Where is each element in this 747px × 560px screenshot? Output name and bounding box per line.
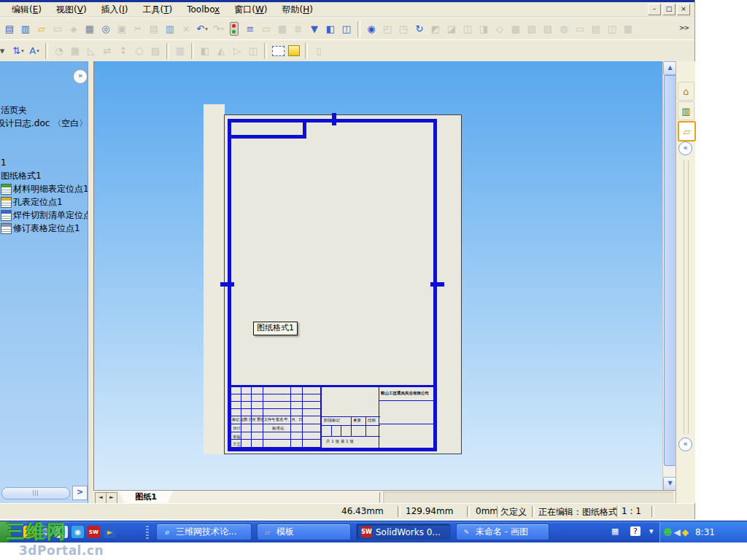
save-button[interactable]: ▤ (1, 20, 18, 38)
insert-picture-button[interactable]: ▨ (147, 42, 163, 60)
menu-item-help[interactable]: 帮助(H) (274, 3, 320, 16)
line-color-button[interactable]: ▾ (0, 42, 10, 60)
layout-pane-button[interactable]: ◫ (245, 42, 261, 60)
menu-item-window[interactable]: 窗口(W) (227, 3, 274, 16)
tables-button[interactable]: ▦ (274, 20, 290, 38)
open-button[interactable]: ▱ (34, 20, 50, 38)
toolbar-more-icon[interactable]: >> (679, 24, 689, 31)
taskbar-button-solidworks[interactable]: SWSolidWorks 0... (356, 524, 451, 540)
edit-sheet-format-button[interactable] (286, 42, 302, 60)
viewport-two-h-button[interactable]: ▤ (588, 20, 604, 38)
view-right-button[interactable]: ◪ (444, 20, 460, 38)
arrow-note-button[interactable]: ▷ (229, 42, 245, 60)
tree-item-node-3[interactable]: 图纸格式1 (1, 170, 88, 182)
auto-arrange-button[interactable]: ↕ (115, 42, 131, 60)
centering-mark-top[interactable] (332, 113, 336, 125)
menu-item-tools[interactable]: 工具(T) (135, 3, 179, 16)
volume-icon[interactable]: ◀ (674, 527, 681, 537)
tree-item-revision-table-anchor[interactable]: 修订表格定位点1 (1, 222, 88, 234)
viewport-horizontal-scrollbar[interactable] (383, 491, 673, 503)
taskbar-button-ie[interactable]: e三维网技术论... (156, 524, 252, 540)
sheet-tab-next-icon[interactable]: ► (106, 492, 117, 504)
task-pane-drag-handle[interactable] (684, 160, 689, 434)
cut-button[interactable]: ✂ (130, 20, 146, 38)
menu-item-toolbox[interactable]: Toolbox (179, 3, 227, 16)
view-left-button[interactable]: ◩ (427, 20, 444, 38)
panel-scroll-more-button[interactable]: > (72, 486, 88, 500)
tree-item-hole-table-anchor[interactable]: 孔表定位点1 (1, 196, 88, 208)
title-block[interactable]: 标记 处数 分区 更改文件号 签名 年、月、日 设计 标准化 审核 工艺 阶段标… (231, 385, 433, 448)
task-pane-collapse-button-lower[interactable]: « (678, 438, 692, 451)
view-front-button[interactable]: ◰ (379, 20, 395, 38)
tree-item-node-2[interactable]: 1 (1, 157, 88, 168)
tree-item-node-1[interactable]: 设计日志.doc 〈空白〉 (0, 117, 88, 129)
line-thickness-dropdown-icon[interactable]: ▾ (21, 48, 24, 54)
tree-item-node-0[interactable]: 活页夹 (1, 104, 88, 116)
save-all-button[interactable]: ▥ (18, 20, 34, 38)
centering-mark-right[interactable] (430, 282, 444, 287)
undo-button[interactable]: ↶▾ (194, 20, 210, 38)
taskbar-button-folder[interactable]: ▱模板 (257, 524, 351, 540)
copy-button[interactable]: ▤ (146, 20, 162, 38)
home-button[interactable]: ⌂ (678, 82, 694, 101)
view-iso-button[interactable]: ◇ (492, 20, 508, 38)
bullet-list-button[interactable]: ≣ (290, 20, 306, 38)
design-library-button[interactable]: ▥ (678, 101, 694, 120)
note-font-dropdown-icon[interactable]: ▾ (36, 48, 39, 54)
file-explorer-button[interactable]: ▱ (678, 121, 696, 141)
area-hatch-button[interactable]: ◧ (197, 42, 213, 60)
alignment-button[interactable]: ▥ (172, 42, 188, 60)
redo-button[interactable]: ↷▾ (210, 20, 226, 38)
agent-icon[interactable]: ☻ (663, 527, 673, 537)
sheet-tab-prev-icon[interactable]: ◄ (95, 492, 107, 504)
split-view-button[interactable]: ◫ (338, 20, 355, 38)
undo-dropdown-icon[interactable]: ▾ (205, 26, 208, 32)
toolbar-options-icon[interactable]: ▾ (649, 526, 654, 536)
close-button[interactable]: × (677, 4, 690, 15)
table-anchor-button[interactable]: ▦ (67, 42, 83, 60)
sheet-tab[interactable]: 图纸1 (118, 491, 174, 503)
hidden-lines-button[interactable]: ▨ (524, 20, 540, 38)
task-pane-collapse-button[interactable]: « (678, 141, 692, 155)
panel-expand-button[interactable]: » (73, 69, 88, 84)
viewport-two-v-button[interactable]: ◫ (604, 20, 620, 38)
mirror-button[interactable]: ◭ (213, 42, 229, 60)
circle-note-button[interactable]: ○ (131, 42, 147, 60)
publish-3d-button[interactable]: ◈ (66, 20, 82, 38)
viewport-vertical-scrollbar[interactable]: ▲ ▼ (662, 61, 676, 490)
wireframe-button[interactable]: ▧ (540, 20, 556, 38)
media-player-icon[interactable]: ► (104, 526, 116, 538)
select-region-button[interactable] (270, 42, 286, 60)
swap-references-button[interactable]: ⇄ (99, 42, 115, 60)
rotate-view-button[interactable]: ↻ (411, 20, 427, 38)
restore-button[interactable]: □ (662, 4, 676, 15)
panel-splitter[interactable] (88, 61, 93, 503)
media-icon[interactable]: ◉ (71, 526, 84, 538)
model-box-button[interactable]: ▣ (114, 20, 130, 38)
sheet-corner-block[interactable] (231, 122, 306, 139)
menu-item-view[interactable]: 视图(V) (49, 3, 94, 16)
menu-item-insert[interactable]: 插入(I) (94, 3, 136, 16)
viewport-single-button[interactable]: ▭ (572, 20, 588, 38)
minimize-button[interactable]: – (648, 4, 661, 15)
edrawings-button[interactable]: ▭ (50, 20, 66, 38)
perspective-button[interactable]: ◍ (556, 20, 572, 38)
doc-properties-button[interactable]: ▭ (258, 20, 274, 38)
surface-finish-button[interactable]: ◺ (83, 42, 99, 60)
keyboard-icon[interactable]: ▦ (611, 526, 619, 536)
selection-filter-button[interactable]: ▼ (306, 20, 322, 38)
centering-mark-left[interactable] (220, 282, 234, 287)
note-font-button[interactable]: A▾ (26, 42, 42, 60)
panel-scrollbar[interactable] (1, 487, 70, 499)
redo-dropdown-icon[interactable]: ▾ (221, 26, 224, 32)
scrollbar-thumb[interactable] (664, 75, 676, 466)
zoom-tool-button[interactable]: ◉ (363, 20, 379, 38)
delete-button[interactable]: × (178, 20, 194, 38)
view-top-button[interactable]: ◫ (460, 20, 476, 38)
panel-scrollbar-grip[interactable] (33, 490, 39, 496)
tree-item-bom-anchor[interactable]: 材料明细表定位点1 (1, 183, 88, 195)
paste-button[interactable]: ▥ (162, 20, 178, 38)
shaded-button[interactable]: ▩ (508, 20, 524, 38)
pane-view-button[interactable]: ◧ (322, 20, 338, 38)
print-preview-button[interactable]: ◎ (98, 20, 114, 38)
